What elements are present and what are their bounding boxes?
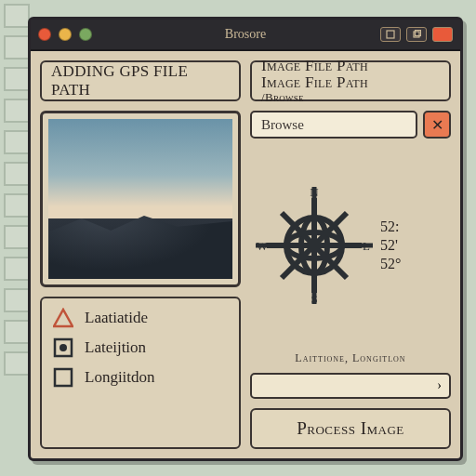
compass-icon: N S W L <box>254 185 375 306</box>
image-preview <box>40 111 241 287</box>
svg-rect-17 <box>55 369 72 386</box>
close-dot[interactable] <box>38 28 51 41</box>
traffic-lights <box>38 28 92 41</box>
preview-thumbnail <box>48 119 232 279</box>
warning-icon <box>53 308 73 328</box>
compass-panel: N S W L 52: 52' 52° <box>250 146 451 344</box>
process-image-button[interactable]: Process Image <box>250 408 451 449</box>
chevron-right-icon: › <box>437 378 442 393</box>
list-item[interactable]: Lateijtion <box>53 337 228 358</box>
coordinate-readouts: 52: 52' 52° <box>380 218 401 272</box>
compass-w: W <box>257 239 269 253</box>
right-column: Browse ✕ <box>250 111 451 399</box>
list-item[interactable]: Longiitdon <box>53 367 228 388</box>
browse-row: Browse ✕ <box>250 111 451 139</box>
image-path-line3: /Browse <box>261 91 304 104</box>
image-path-line1: Image File Path <box>261 58 368 74</box>
window-button-b[interactable] <box>406 27 427 42</box>
svg-point-16 <box>60 344 67 351</box>
square-icon <box>53 367 73 388</box>
minimize-dot[interactable] <box>59 28 72 41</box>
list-item-label: Longiitdon <box>85 368 155 387</box>
readout-2: 52° <box>380 256 401 272</box>
browse-field-label: Browse <box>261 117 304 133</box>
browse-field[interactable]: Browse <box>250 111 417 139</box>
list-item-label: Lateijtion <box>85 338 146 357</box>
gps-path-header: Adding GPS File Path <box>40 60 241 101</box>
compass-s: S <box>311 292 317 306</box>
compass-n: N <box>310 185 319 199</box>
compass-e: L <box>363 239 370 253</box>
window-buttons <box>380 27 453 42</box>
option-list: Laatiatide Lateijtion Longiitdon <box>40 297 241 449</box>
image-path-line2: Image File Path <box>261 74 368 91</box>
image-path-header: Image File Path Image File Path /Browse <box>250 60 451 101</box>
svg-marker-14 <box>54 310 73 326</box>
list-item[interactable]: Laatiatide <box>53 308 228 328</box>
window-close-button[interactable] <box>432 27 453 42</box>
coord-input[interactable]: › <box>250 373 451 399</box>
browse-clear-button[interactable]: ✕ <box>423 111 451 139</box>
process-image-label: Process Image <box>297 418 404 439</box>
coord-caption: Laittione, Longitlon <box>250 351 451 365</box>
titlebar: Brosore <box>31 20 460 51</box>
readout-0: 52: <box>380 218 401 235</box>
zoom-dot[interactable] <box>79 28 92 41</box>
list-item-label: Laatiatide <box>85 309 148 327</box>
readout-1: 52' <box>380 237 401 254</box>
app-window: Brosore Adding GPS File Path Image File … <box>28 17 463 461</box>
window-button-a[interactable] <box>380 27 401 42</box>
close-icon: ✕ <box>431 116 443 134</box>
content-grid: Adding GPS File Path Image File Path Ima… <box>31 51 460 458</box>
gps-path-header-label: Adding GPS File Path <box>51 62 230 99</box>
svg-rect-0 <box>387 31 394 38</box>
target-icon <box>53 337 73 358</box>
